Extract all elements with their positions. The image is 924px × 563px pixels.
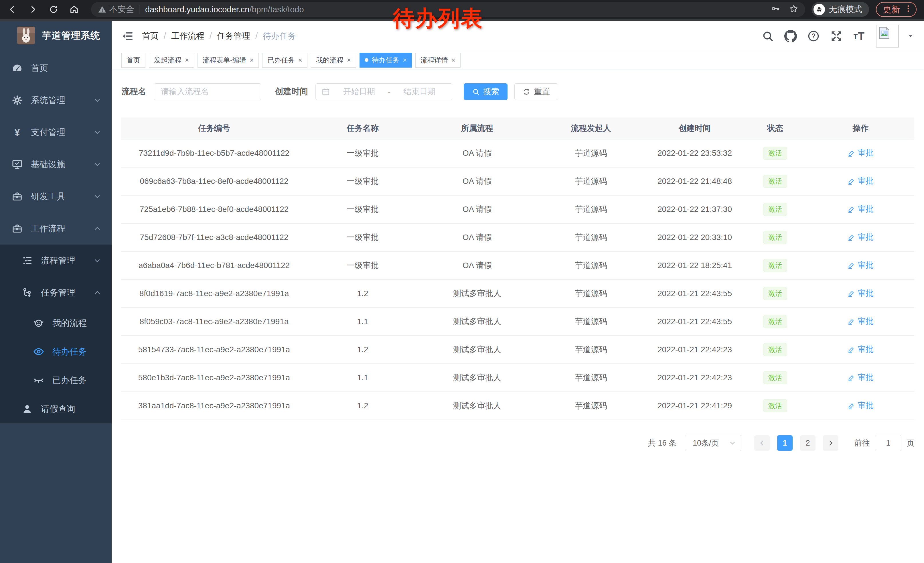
sidebar-item-3[interactable]: 基础设施: [0, 148, 112, 180]
browser-back-icon[interactable]: [8, 5, 17, 14]
approve-link[interactable]: 审批: [848, 288, 874, 299]
sidebar-item-7[interactable]: 任务管理: [0, 277, 112, 309]
close-tab-icon[interactable]: ×: [347, 57, 351, 63]
process-name-input[interactable]: [154, 83, 261, 100]
sidebar-item-9[interactable]: 待办任务: [0, 337, 112, 366]
password-key-icon[interactable]: [771, 4, 780, 15]
sidebar-item-6[interactable]: 流程管理: [0, 245, 112, 277]
approve-link[interactable]: 审批: [848, 372, 874, 383]
calendar-icon: [321, 87, 330, 96]
page-size-select[interactable]: 10条/页: [685, 435, 741, 451]
sidebar-item-4[interactable]: 研发工具: [0, 180, 112, 213]
edit-pen-icon: [848, 402, 855, 410]
date-range-picker[interactable]: 开始日期 - 结束日期: [315, 83, 452, 100]
breadcrumb-item-2[interactable]: 任务管理: [217, 30, 250, 42]
toolbox-icon: [12, 191, 23, 202]
close-tab-icon[interactable]: ×: [452, 57, 455, 63]
approve-link[interactable]: 审批: [848, 316, 874, 327]
close-tab-icon[interactable]: ×: [185, 57, 189, 63]
svg-text:T: T: [858, 30, 864, 42]
close-tab-icon[interactable]: ×: [250, 57, 254, 63]
goto-page-input[interactable]: [875, 435, 902, 451]
table-row: a6aba0a4-7b6d-11ec-b781-acde48001122一级审批…: [122, 251, 914, 279]
cell-status: 激活: [743, 251, 807, 279]
close-tab-icon[interactable]: ×: [298, 57, 302, 63]
page-button-2[interactable]: 2: [800, 435, 816, 451]
help-icon[interactable]: ?: [807, 30, 820, 42]
avatar[interactable]: [876, 25, 899, 48]
browser-menu-icon[interactable]: [904, 4, 912, 15]
org-tree-icon: [21, 287, 33, 299]
avatar-caret-icon[interactable]: [907, 32, 914, 40]
cell-name: 一级审批: [307, 167, 418, 195]
tab-1[interactable]: 发起流程×: [149, 53, 194, 68]
sidebar-item-2[interactable]: ¥支付管理: [0, 116, 112, 148]
tab-label: 待办任务: [372, 56, 399, 65]
svg-text:T: T: [854, 33, 858, 41]
chrome-update-button[interactable]: 更新: [876, 2, 916, 17]
status-badge: 激活: [763, 175, 787, 188]
browser-forward-icon[interactable]: [28, 5, 38, 14]
status-badge: 激活: [763, 147, 787, 160]
close-tab-icon[interactable]: ×: [403, 57, 407, 63]
reset-button[interactable]: 重置: [514, 83, 558, 100]
chevron-down-icon: [93, 192, 101, 200]
edit-pen-icon: [848, 346, 855, 353]
browser-reload-icon[interactable]: [49, 5, 58, 14]
cell-id: a6aba0a4-7b6d-11ec-b781-acde48001122: [122, 251, 307, 279]
sidebar-item-10[interactable]: 已办任务: [0, 366, 112, 395]
list-tree-icon: [21, 255, 33, 266]
cell-created: 2022-01-21 22:42:23: [646, 336, 743, 364]
prev-page-button[interactable]: [754, 435, 770, 451]
approve-link[interactable]: 审批: [848, 147, 874, 158]
approve-link[interactable]: 审批: [848, 232, 874, 243]
bookmark-star-icon[interactable]: [789, 4, 798, 15]
cell-action: 审批: [807, 336, 914, 364]
approve-link[interactable]: 审批: [848, 344, 874, 355]
approve-link[interactable]: 审批: [848, 400, 874, 411]
next-page-button[interactable]: [823, 435, 838, 451]
sidebar-item-5[interactable]: 工作流程: [0, 213, 112, 245]
cell-name: 一级审批: [307, 224, 418, 251]
cell-created: 2022-01-22 21:37:30: [646, 195, 743, 224]
tab-0[interactable]: 首页: [122, 53, 146, 68]
tab-5[interactable]: 待办任务×: [360, 53, 412, 68]
sidebar-item-8[interactable]: 我的流程: [0, 309, 112, 337]
sidebar-item-1[interactable]: 系统管理: [0, 84, 112, 116]
sidebar-collapse-icon[interactable]: [122, 30, 134, 42]
sidebar-item-label: 基础设施: [31, 159, 65, 170]
approve-link[interactable]: 审批: [848, 260, 874, 270]
breadcrumb-item-1[interactable]: 工作流程: [171, 30, 204, 42]
page-content: 流程名 创建时间 开始日期 - 结束日期 搜索: [112, 69, 924, 563]
github-icon[interactable]: [784, 30, 797, 42]
cell-created: 2022-01-21 22:41:29: [646, 392, 743, 420]
table-row: 58154733-7ac8-11ec-a9e2-a2380e71991a1.2测…: [122, 336, 914, 364]
fullscreen-icon[interactable]: [830, 30, 843, 42]
address-bar[interactable]: 不安全 dashboard.yudao.iocoder.cn/bpm/task/…: [91, 2, 805, 17]
font-size-icon[interactable]: TT: [853, 30, 866, 42]
cell-created: 2022-01-21 22:42:23: [646, 364, 743, 392]
tab-3[interactable]: 已办任务×: [262, 53, 308, 68]
cell-process: OA 请假: [418, 139, 536, 167]
eye-icon: [33, 346, 44, 357]
browser-home-icon[interactable]: [69, 5, 79, 14]
tab-2[interactable]: 流程表单-编辑×: [198, 53, 259, 68]
tab-4[interactable]: 我的流程×: [311, 53, 356, 68]
search-icon[interactable]: [761, 30, 774, 42]
approve-link[interactable]: 审批: [848, 204, 874, 215]
page-button-1[interactable]: 1: [777, 435, 793, 451]
tab-6[interactable]: 流程详情×: [416, 53, 460, 68]
chevron-down-icon: [93, 96, 101, 104]
cell-initiator: 芋道源码: [536, 279, 646, 308]
cell-name: 一级审批: [307, 195, 418, 224]
sidebar-item-11[interactable]: 请假查询: [0, 395, 112, 423]
sidebar-item-0[interactable]: 首页: [0, 52, 112, 84]
cell-process: 测试多审批人: [418, 308, 536, 336]
refresh-icon: [523, 88, 530, 96]
breadcrumb-item-0[interactable]: 首页: [142, 30, 159, 42]
cell-process: 测试多审批人: [418, 279, 536, 308]
approve-link[interactable]: 审批: [848, 176, 874, 186]
search-button[interactable]: 搜索: [464, 83, 507, 100]
cell-initiator: 芋道源码: [536, 195, 646, 224]
tab-label: 流程详情: [420, 56, 448, 65]
